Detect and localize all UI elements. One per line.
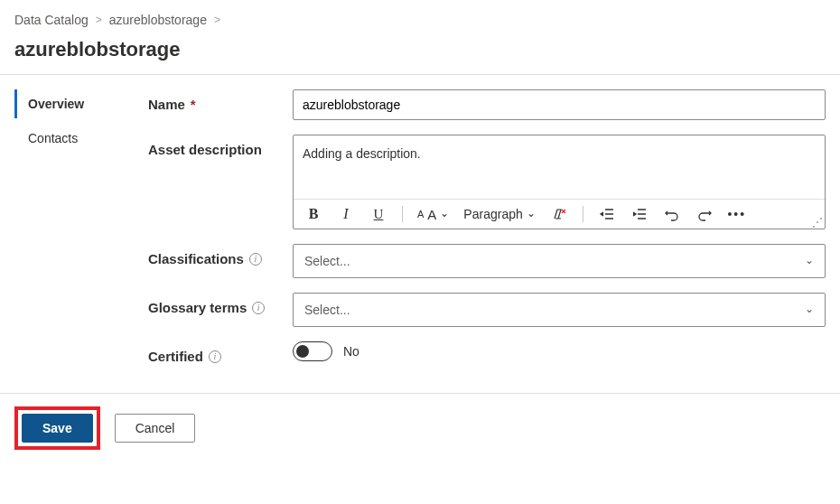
breadcrumb-item-azureblobstorage[interactable]: azureblobstorage (109, 13, 207, 27)
save-button[interactable]: Save (22, 414, 93, 443)
separator (402, 206, 403, 222)
certified-label: Certified i (148, 341, 293, 364)
outdent-icon[interactable] (598, 205, 616, 223)
chevron-right-icon: > (96, 14, 102, 26)
undo-icon[interactable] (663, 205, 681, 223)
breadcrumb-item-data-catalog[interactable]: Data Catalog (14, 13, 89, 27)
name-label: Name* (148, 89, 293, 112)
sidebar: Overview Contacts (14, 89, 141, 378)
chevron-down-icon (805, 254, 814, 268)
info-icon[interactable]: i (209, 350, 221, 363)
cancel-button[interactable]: Cancel (115, 414, 196, 443)
indent-icon[interactable] (630, 205, 649, 223)
info-icon[interactable]: i (252, 302, 265, 314)
separator (583, 206, 583, 222)
certified-value: No (343, 344, 359, 359)
certified-toggle[interactable] (293, 341, 332, 361)
underline-icon[interactable]: U (369, 205, 387, 223)
asset-description-label: Asset description (148, 135, 293, 157)
glossary-terms-select[interactable]: Select... (293, 293, 826, 327)
chevron-right-icon: > (214, 14, 220, 26)
info-icon[interactable]: i (249, 253, 262, 266)
italic-icon[interactable]: I (337, 205, 355, 223)
chevron-down-icon (440, 207, 449, 221)
paragraph-dropdown[interactable]: Paragraph (463, 207, 535, 221)
chevron-down-icon (527, 207, 536, 221)
rich-text-toolbar: B I U AA Paragraph (294, 199, 825, 229)
clear-formatting-icon[interactable] (550, 205, 568, 223)
save-highlight: Save (14, 406, 100, 450)
page-title: azureblobstorage (0, 34, 840, 74)
asset-description-editor[interactable]: Adding a description. (294, 135, 825, 199)
chevron-down-icon (805, 303, 814, 317)
sidebar-item-contacts[interactable]: Contacts (14, 124, 141, 153)
font-size-icon: A (417, 209, 424, 219)
name-input[interactable] (293, 89, 826, 120)
font-size-dropdown[interactable]: AA (417, 207, 449, 222)
classifications-label: Classifications i (148, 244, 293, 266)
footer: Save Cancel (0, 394, 840, 462)
glossary-terms-label: Glossary terms i (148, 293, 293, 315)
redo-icon[interactable] (695, 205, 714, 223)
bold-icon[interactable]: B (304, 205, 322, 223)
more-icon[interactable]: ••• (728, 205, 746, 223)
sidebar-item-overview[interactable]: Overview (14, 89, 141, 118)
breadcrumb: Data Catalog > azureblobstorage > (0, 0, 840, 34)
toggle-knob (296, 345, 309, 358)
classifications-select[interactable]: Select... (293, 244, 826, 278)
